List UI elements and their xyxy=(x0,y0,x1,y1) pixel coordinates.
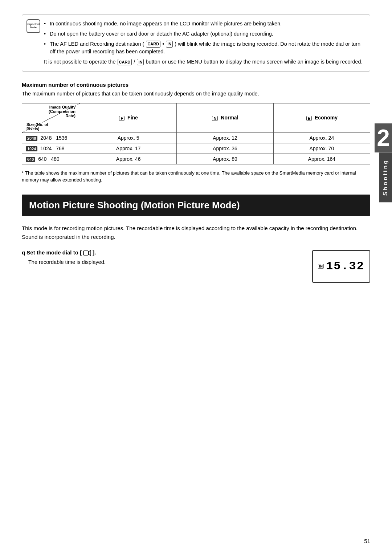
svg-marker-1 xyxy=(89,250,91,256)
lcd-in-badge: IN xyxy=(318,264,324,269)
col-header-normal: N Normal xyxy=(177,103,273,132)
step-content: q Set the mode dial to [ ]. The recordab… xyxy=(22,249,298,266)
note-list: In continuous shooting mode, no image ap… xyxy=(44,20,363,56)
corner-bottom-label: Size (No. ofPixels) xyxy=(25,122,77,131)
col-header-economy: E Economy xyxy=(273,103,370,132)
fine-icon-badge: F xyxy=(119,116,124,121)
video-camera-icon xyxy=(83,249,91,257)
col-header-fine: F Fine xyxy=(80,103,177,132)
page-number: 51 xyxy=(364,538,370,544)
economy-value: Approx. 70 xyxy=(273,143,370,154)
important-note-icon: Important Note xyxy=(26,19,40,33)
normal-icon-badge: N xyxy=(212,116,218,121)
corner-top-label: Image Quality(CompressionRate) xyxy=(25,105,77,118)
lcd-inner: IN 15.32 xyxy=(318,260,364,273)
max-continuous-section: Maximum number of continuous pictures Th… xyxy=(22,82,370,184)
economy-icon-badge: E xyxy=(306,116,312,121)
normal-value: Approx. 89 xyxy=(177,154,273,164)
important-note-box: Important Note In continuous shooting mo… xyxy=(22,15,370,72)
in-badge: IN xyxy=(166,41,173,48)
card-badge2: CARD xyxy=(118,59,132,66)
normal-value: Approx. 36 xyxy=(177,143,273,154)
note-item-3: The AF LED and Recording destination ( C… xyxy=(44,40,363,56)
step-marker: q xyxy=(22,249,25,256)
motion-picture-body: This mode is for recording motion pictur… xyxy=(22,224,370,241)
fine-value: Approx. 5 xyxy=(80,132,177,143)
economy-value: Approx. 24 xyxy=(273,132,370,143)
step-row: q Set the mode dial to [ ]. The recordab… xyxy=(22,249,370,283)
step-label: q Set the mode dial to [ ]. xyxy=(22,249,298,257)
economy-value: Approx. 164 xyxy=(273,154,370,164)
chapter-number-tab: 2 xyxy=(375,123,392,152)
table-row: 2048 2048 1536Approx. 5Approx. 12Approx.… xyxy=(22,132,370,143)
table-footnote: *The table shows the maximum number of p… xyxy=(22,170,370,184)
card-badge: CARD xyxy=(146,41,160,48)
table-corner-header: Image Quality(CompressionRate) Size (No.… xyxy=(22,103,80,132)
note-item-1: In continuous shooting mode, no image ap… xyxy=(44,20,363,28)
quality-table-body: 2048 2048 1536Approx. 5Approx. 12Approx.… xyxy=(22,132,370,164)
fine-value: Approx. 17 xyxy=(80,143,177,154)
size-cell: 1024 1024 768 xyxy=(22,143,80,154)
size-cell: 2048 2048 1536 xyxy=(22,132,80,143)
note-item-2: Do not open the battery cover or card do… xyxy=(44,30,363,38)
max-continuous-heading: Maximum number of continuous pictures xyxy=(22,82,370,88)
svg-rect-0 xyxy=(83,251,88,255)
shooting-tab: Shooting xyxy=(379,152,392,202)
size-cell: 640 640 480 xyxy=(22,154,80,164)
fine-value: Approx. 46 xyxy=(80,154,177,164)
step-subtext: The recordable time is displayed. xyxy=(22,258,298,266)
table-row: 1024 1024 768Approx. 17Approx. 36Approx.… xyxy=(22,143,370,154)
lcd-time: 15.32 xyxy=(326,260,364,273)
table-row: 640 640 480Approx. 46Approx. 89Approx. 1… xyxy=(22,154,370,164)
motion-picture-heading: Motion Picture Shooting (Motion Picture … xyxy=(22,195,370,216)
normal-value: Approx. 12 xyxy=(177,132,273,143)
note-last: It is not possible to operate the CARD /… xyxy=(44,58,363,66)
max-continuous-text: The maximum number of pictures that can … xyxy=(22,90,370,98)
in-badge2: IN xyxy=(137,59,144,66)
quality-table: Image Quality(CompressionRate) Size (No.… xyxy=(22,103,370,164)
lcd-display: IN 15.32 xyxy=(312,250,370,283)
